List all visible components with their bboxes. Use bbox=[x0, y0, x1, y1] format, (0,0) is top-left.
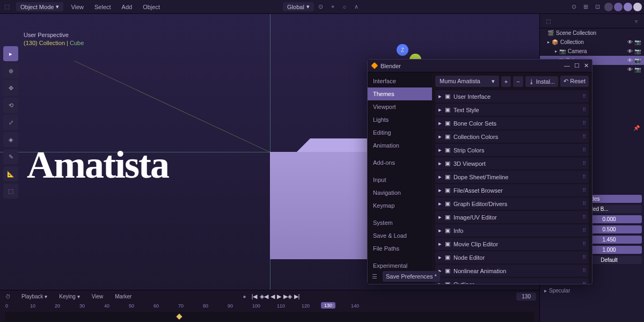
eye-icon[interactable]: 👁 bbox=[627, 67, 633, 72]
prefs-tab-save-load[interactable]: Save & Load bbox=[368, 229, 432, 242]
maximize-icon[interactable]: ☐ bbox=[574, 62, 580, 69]
drag-handle-icon[interactable]: ⠿ bbox=[582, 107, 586, 113]
minimize-icon[interactable]: — bbox=[564, 62, 570, 69]
camera-icon[interactable]: 📷 bbox=[634, 57, 641, 63]
hamburger-icon[interactable]: ☰ bbox=[370, 272, 379, 281]
theme-section[interactable]: ▸▣Movie Clip Editor⠿ bbox=[435, 238, 589, 250]
reset-theme-button[interactable]: ↶ Reset bbox=[560, 76, 589, 87]
drag-handle-icon[interactable]: ⠿ bbox=[582, 187, 586, 193]
prefs-tab-viewport[interactable]: Viewport bbox=[368, 100, 432, 113]
drag-handle-icon[interactable]: ⠿ bbox=[582, 120, 586, 126]
auto-key-icon[interactable]: ● bbox=[240, 291, 250, 301]
filter-icon[interactable]: ▿ bbox=[631, 16, 641, 26]
measure-tool[interactable]: 📐 bbox=[3, 166, 18, 181]
eye-icon[interactable]: 👁 bbox=[627, 39, 633, 45]
theme-section[interactable]: ▸▣Outliner⠿ bbox=[435, 278, 589, 284]
outliner-scene-collection[interactable]: 🎬 Scene Collection bbox=[540, 28, 644, 38]
chevron-down-icon[interactable]: ∧ bbox=[352, 2, 361, 12]
prefs-tab-add-ons[interactable]: Add-ons bbox=[368, 156, 432, 169]
theme-section[interactable]: ▸▣User Interface⠿ bbox=[435, 90, 589, 103]
camera-icon[interactable]: 📷 bbox=[634, 67, 641, 72]
xray-icon[interactable]: ⊡ bbox=[592, 2, 602, 12]
eye-icon[interactable]: 👁 bbox=[627, 48, 633, 54]
prefs-tab-interface[interactable]: Interface bbox=[368, 75, 432, 87]
wireframe-shading-icon[interactable] bbox=[604, 3, 613, 11]
drag-handle-icon[interactable]: ⠿ bbox=[582, 281, 586, 284]
theme-section[interactable]: ▸▣File/Asset Browser⠿ bbox=[435, 184, 589, 196]
theme-section[interactable]: ▸▣Graph Editor/Drivers⠿ bbox=[435, 197, 589, 210]
eye-icon[interactable]: 👁 bbox=[627, 57, 633, 63]
prefs-tab-file-paths[interactable]: File Paths bbox=[368, 242, 432, 255]
drag-handle-icon[interactable]: ⠿ bbox=[582, 201, 586, 207]
prefs-tab-lights[interactable]: Lights bbox=[368, 113, 432, 126]
scale-tool[interactable]: ⤢ bbox=[3, 115, 18, 130]
timeline-view[interactable]: View bbox=[89, 292, 107, 301]
keyframe-diamond[interactable] bbox=[176, 313, 182, 319]
proportional-icon[interactable]: ○ bbox=[340, 2, 349, 12]
outliner-item[interactable]: ▸📷Camera👁📷 bbox=[540, 47, 644, 56]
jump-end-icon[interactable]: ▶| bbox=[294, 293, 300, 300]
drag-handle-icon[interactable]: ⠿ bbox=[582, 228, 586, 233]
add-theme-button[interactable]: + bbox=[501, 76, 511, 87]
drag-handle-icon[interactable]: ⠿ bbox=[582, 254, 586, 260]
pivot-icon[interactable]: ⊙ bbox=[569, 2, 579, 12]
theme-section[interactable]: ▸▣3D Viewport⠿ bbox=[435, 157, 589, 170]
menu-object[interactable]: Object bbox=[140, 3, 163, 11]
save-preferences-button[interactable]: Save Preferences * bbox=[383, 271, 440, 282]
rendered-shading-icon[interactable] bbox=[633, 3, 642, 11]
prefs-tab-animation[interactable]: Animation bbox=[368, 139, 432, 152]
mode-dropdown[interactable]: Object Mode ▾ bbox=[16, 2, 63, 11]
overlays-icon[interactable]: ⊞ bbox=[581, 2, 590, 12]
solid-shading-icon[interactable] bbox=[614, 3, 623, 11]
drag-handle-icon[interactable]: ⠿ bbox=[582, 214, 586, 220]
play-icon[interactable]: ▶ bbox=[277, 293, 281, 300]
drag-handle-icon[interactable]: ⠿ bbox=[582, 268, 586, 274]
pin-icon[interactable]: 📌 bbox=[633, 125, 640, 131]
transform-tool[interactable]: ◈ bbox=[3, 132, 18, 147]
play-reverse-icon[interactable]: ◀ bbox=[270, 293, 275, 300]
drag-handle-icon[interactable]: ⠿ bbox=[582, 174, 586, 180]
pivot-icon[interactable]: ⊙ bbox=[316, 2, 326, 12]
menu-view[interactable]: View bbox=[68, 3, 87, 11]
theme-section[interactable]: ▸▣Text Style⠿ bbox=[435, 104, 589, 116]
timeline-track[interactable] bbox=[5, 312, 534, 321]
menu-select[interactable]: Select bbox=[91, 3, 114, 11]
drag-handle-icon[interactable]: ⠿ bbox=[582, 160, 586, 166]
theme-preset-dropdown[interactable]: Mumu Amatista ▾ bbox=[435, 76, 499, 87]
camera-icon[interactable]: 📷 bbox=[634, 48, 641, 54]
theme-section[interactable]: ▸▣Image/UV Editor⠿ bbox=[435, 211, 589, 223]
drag-handle-icon[interactable]: ⠿ bbox=[582, 147, 586, 153]
prefs-tab-experimental[interactable]: Experimental bbox=[368, 259, 432, 272]
editor-type-icon[interactable]: ⬚ bbox=[543, 16, 553, 26]
orientation-dropdown[interactable]: Global ▾ bbox=[283, 2, 314, 11]
drag-handle-icon[interactable]: ⠿ bbox=[582, 241, 586, 247]
specular-header[interactable]: ▸ Specular bbox=[542, 286, 642, 295]
outliner-item[interactable]: ▸📦Collection👁📷 bbox=[540, 38, 644, 47]
menu-add[interactable]: Add bbox=[119, 3, 136, 11]
add-cube-tool[interactable]: ⬚ bbox=[3, 184, 18, 199]
theme-section[interactable]: ▸▣Bone Color Sets⠿ bbox=[435, 117, 589, 129]
select-tool[interactable]: ▸ bbox=[3, 46, 18, 61]
close-icon[interactable]: ✕ bbox=[584, 62, 589, 69]
snap-icon[interactable]: ⌖ bbox=[328, 2, 338, 12]
jump-start-icon[interactable]: |◀ bbox=[252, 293, 258, 300]
timeline-marker[interactable]: Marker bbox=[112, 292, 135, 301]
theme-section[interactable]: ▸▣Node Editor⠿ bbox=[435, 251, 589, 264]
timeline-ruler[interactable]: 130 0102030405060708090100110120130140 bbox=[0, 302, 539, 312]
prefs-tab-editing[interactable]: Editing bbox=[368, 126, 432, 139]
gizmo-z-axis[interactable]: Z bbox=[397, 44, 408, 56]
prefs-titlebar[interactable]: 🔶 Blender — ☐ ✕ bbox=[368, 60, 592, 72]
camera-icon[interactable]: 📷 bbox=[634, 39, 641, 45]
rotate-tool[interactable]: ⟲ bbox=[3, 98, 18, 113]
drag-handle-icon[interactable]: ⠿ bbox=[582, 134, 586, 140]
prefs-tab-keymap[interactable]: Keymap bbox=[368, 199, 432, 212]
install-theme-button[interactable]: ⭳ Instal... bbox=[525, 76, 559, 87]
annotate-tool[interactable]: ✎ bbox=[3, 149, 18, 164]
prefs-tab-system[interactable]: System bbox=[368, 216, 432, 229]
theme-section[interactable]: ▸▣Collection Colors⠿ bbox=[435, 130, 589, 143]
prefs-tab-input[interactable]: Input bbox=[368, 173, 432, 186]
theme-section[interactable]: ▸▣Info⠿ bbox=[435, 224, 589, 237]
timeline-keying[interactable]: Keying ▾ bbox=[56, 292, 83, 301]
editor-type-icon[interactable]: ⬚ bbox=[2, 2, 12, 12]
drag-handle-icon[interactable]: ⠿ bbox=[582, 93, 586, 99]
